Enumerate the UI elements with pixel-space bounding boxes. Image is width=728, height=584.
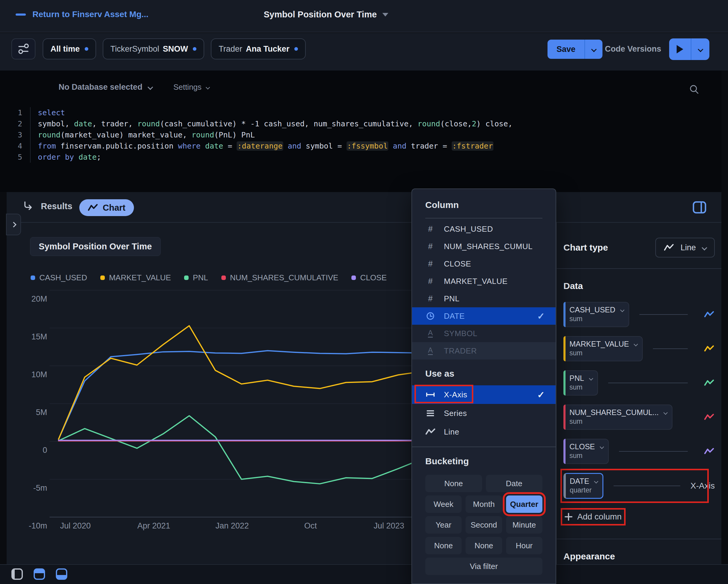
token-fn: date (205, 142, 223, 150)
editor-settings-menu[interactable]: Settings (173, 83, 209, 92)
bucket-date[interactable]: Date (486, 475, 543, 492)
use-as-item-line[interactable]: Line (412, 422, 555, 441)
sql-editor[interactable]: No Database selected Settings 1select2sy… (0, 71, 721, 192)
line-series-icon (703, 345, 715, 353)
code-line[interactable]: 2symbol, date, trader, round(cash_cumula… (0, 118, 715, 129)
column-pill[interactable]: PNLsum (564, 370, 598, 395)
code-line[interactable]: 1select (0, 107, 715, 118)
legend-label: MARKET_VALUE (109, 273, 171, 282)
token-id (283, 142, 288, 150)
column-item-market_value[interactable]: #MARKET_VALUE (412, 273, 555, 290)
code-versions-link[interactable]: Code Versions (605, 45, 661, 54)
legend-item-num_shares_cumulative[interactable]: NUM_SHARES_CUMULATIVE (222, 273, 338, 282)
split-panel-icon (691, 199, 708, 216)
code-line[interactable]: 4from finservam.public.position where da… (0, 140, 715, 151)
series-type-slot[interactable] (698, 345, 715, 353)
column-pill[interactable]: MARKET_VALUEsum (564, 336, 643, 361)
pill-name-line: NUM_SHARES_CUMUL... (569, 408, 667, 417)
filter-chip-all-time[interactable]: All time (43, 38, 96, 59)
text-column-icon: A (428, 346, 433, 355)
svg-text:Jul 2020: Jul 2020 (60, 521, 91, 530)
column-item-pnl[interactable]: #PNL (412, 290, 555, 307)
tab-results[interactable]: Results (22, 200, 72, 213)
save-menu-button[interactable] (585, 39, 602, 59)
chart-config-panel: Chart type Line Data CASH_USEDsumMARKET_… (556, 223, 721, 564)
use-as-item-x-axis[interactable]: X-Axis✓ (412, 385, 555, 404)
token-id (74, 153, 78, 162)
series-type-slot[interactable] (698, 413, 715, 421)
add-column-label: Add column (577, 512, 622, 522)
pill-column-name: CASH_USED (569, 306, 615, 314)
bucket-year[interactable]: Year (425, 516, 462, 534)
bucket-none[interactable]: None (466, 537, 502, 554)
token-id: ) close, (476, 119, 512, 128)
code-text: symbol, date, trader, round(cash_cumulat… (30, 118, 512, 129)
bucketing-row: NoneDate (425, 475, 542, 492)
code-area[interactable]: 1select2symbol, date, trader, round(cash… (0, 107, 715, 163)
bucket-hour[interactable]: Hour (506, 537, 542, 554)
chart-title[interactable]: Symbol Position Over Time (30, 237, 161, 256)
code-line[interactable]: 5order by date; (0, 151, 715, 163)
run-button[interactable] (669, 38, 691, 60)
column-item-cash_used[interactable]: #CASH_USED (412, 220, 555, 238)
number-column-icon: # (428, 224, 433, 234)
pill-name-line: PNL (569, 374, 593, 383)
bucket-month[interactable]: Month (466, 496, 502, 513)
bucket-via-filter[interactable]: Via filter (425, 558, 542, 575)
editor-search-button[interactable] (688, 83, 701, 98)
filter-chip-tickersymbol[interactable]: TickerSymbolSNOW (103, 38, 205, 59)
bucket-none[interactable]: None (425, 537, 462, 554)
filters-button[interactable] (11, 38, 35, 59)
column-item-close[interactable]: #CLOSE (412, 255, 555, 273)
legend-item-cash_used[interactable]: CASH_USED (31, 273, 87, 282)
column-item-num_shares_cumul[interactable]: #NUM_SHARES_CUMUL (412, 238, 555, 255)
layout-bottom-panel-button[interactable] (55, 567, 69, 582)
series-pnl[interactable] (58, 416, 424, 484)
use-as-item-series[interactable]: Series (412, 404, 555, 422)
bucket-minute[interactable]: Minute (506, 516, 542, 534)
column-item-date[interactable]: DATE✓ (412, 307, 555, 325)
series-market_value[interactable] (58, 326, 424, 439)
back-link[interactable]: Return to Finserv Asset Mg... (16, 9, 148, 19)
filter-chip-trader[interactable]: TraderAna Tucker (211, 38, 306, 59)
column-pill[interactable]: DATEquarter (564, 473, 603, 499)
svg-text:-10m: -10m (28, 521, 47, 530)
legend-item-pnl[interactable]: PNL (184, 273, 208, 282)
legend-item-close[interactable]: CLOSE (352, 273, 387, 282)
column-pill[interactable]: NUM_SHARES_CUMUL...sum (564, 405, 672, 430)
save-button[interactable]: Save (547, 39, 584, 59)
pill-column-name: DATE (570, 477, 589, 485)
search-icon (688, 83, 701, 96)
line-number: 3 (0, 129, 30, 140)
column-item-trader[interactable]: ATRADER (412, 342, 555, 360)
layout-left-panel-button[interactable] (10, 567, 24, 582)
bucket-none[interactable]: None (425, 475, 482, 492)
column-item-label: SYMBOL (444, 329, 477, 338)
tab-chart[interactable]: Chart (79, 199, 134, 216)
series-cash_used[interactable] (58, 351, 424, 439)
code-line[interactable]: 3round(market_value) market_value, round… (0, 129, 715, 140)
worksheet-title-menu[interactable]: Symbol Position Over Time (264, 9, 388, 20)
database-selector[interactable]: No Database selected (58, 83, 152, 92)
legend-swatch-icon (184, 276, 189, 280)
series-type-slot[interactable] (698, 311, 715, 318)
series-type-slot[interactable] (698, 379, 715, 387)
token-id: (cash_cumulative) * -1 cash_used, num_sh… (160, 119, 417, 128)
legend-item-market_value[interactable]: MARKET_VALUE (100, 273, 171, 282)
column-pill[interactable]: CLOSEsum (564, 439, 609, 464)
run-menu-button[interactable] (691, 38, 709, 60)
split-view-button[interactable] (691, 199, 708, 217)
bucket-quarter[interactable]: Quarter (506, 496, 542, 513)
bucket-week[interactable]: Week (425, 496, 462, 513)
token-id: trader = (406, 142, 452, 150)
filter-chip-value: Ana Tucker (246, 45, 289, 54)
chart-type-selector[interactable]: Line (655, 238, 715, 257)
column-pill[interactable]: CASH_USEDsum (564, 302, 629, 327)
bucket-second[interactable]: Second (466, 516, 502, 534)
column-item-symbol[interactable]: ASYMBOL (412, 325, 555, 342)
tune-icon (17, 42, 30, 56)
line-chart-icon (88, 204, 98, 212)
add-column-button[interactable]: Add column (565, 512, 622, 522)
layout-top-panel-button[interactable] (32, 567, 46, 582)
series-type-slot[interactable] (698, 447, 715, 455)
